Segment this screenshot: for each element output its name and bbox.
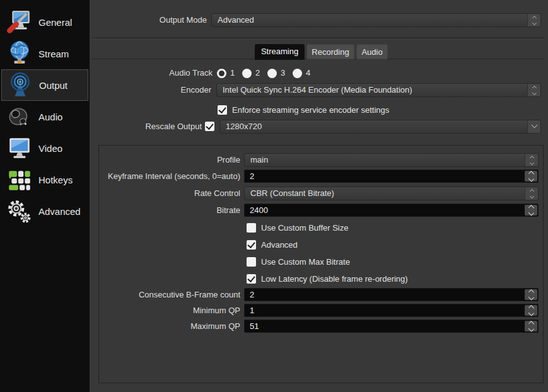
rescale-output-select[interactable]: 1280x720 xyxy=(219,120,541,134)
bframe-count-label: Consecutive B-Frame count xyxy=(104,288,240,302)
encoder-label: Encoder xyxy=(95,83,211,97)
max-qp-spinner-button[interactable] xyxy=(525,321,537,331)
output-mode-spinner-button[interactable] xyxy=(527,14,540,26)
bitrate-spinner-button[interactable] xyxy=(525,205,537,216)
enforce-encoder-settings-label[interactable]: Enforce streaming service encoder settin… xyxy=(232,103,389,117)
sidebar-item-hotkeys[interactable]: Hotkeys xyxy=(1,164,88,195)
low-latency-label[interactable]: Low Latency (Disable frame re-ordering) xyxy=(261,272,408,286)
output-mode-label: Output Mode xyxy=(95,13,207,27)
chevron-down-icon xyxy=(528,326,534,331)
sidebar-item-advanced[interactable]: Advanced xyxy=(1,195,88,227)
general-monitor-screwdriver-icon xyxy=(5,8,34,37)
sidebar-item-label: Stream xyxy=(38,49,69,59)
sidebar-item-label: Advanced xyxy=(38,206,81,217)
chevron-down-icon xyxy=(529,160,533,164)
min-qp-input[interactable]: 1 xyxy=(244,304,539,317)
chevron-down-icon xyxy=(528,294,534,300)
bitrate-value: 2400 xyxy=(250,204,268,216)
hotkeys-keyboard-icon xyxy=(5,165,34,194)
chevron-down-icon xyxy=(528,310,534,316)
chevron-down-icon xyxy=(532,20,536,25)
enforce-encoder-settings-checkbox[interactable] xyxy=(218,105,227,115)
advanced-label[interactable]: Advanced xyxy=(261,238,298,252)
chevron-up-icon xyxy=(532,85,536,89)
profile-select[interactable]: main xyxy=(244,153,539,167)
audio-speaker-icon xyxy=(5,102,34,131)
chevron-down-icon xyxy=(528,176,534,182)
min-qp-spinner-button[interactable] xyxy=(525,305,537,316)
settings-window: General Stream xyxy=(0,0,548,392)
audio-track-radio-3[interactable] xyxy=(267,69,277,78)
sidebar-item-label: Audio xyxy=(38,112,62,122)
sidebar-item-audio[interactable]: Audio xyxy=(1,101,88,132)
video-monitor-icon xyxy=(5,134,34,163)
min-qp-label: Minimum QP xyxy=(104,304,240,318)
custom-buffer-size-checkbox[interactable] xyxy=(247,223,256,233)
keyframe-interval-label: Keyframe Interval (seconds, 0=auto) xyxy=(104,170,240,183)
chevron-down-icon xyxy=(528,210,534,216)
advanced-checkbox[interactable] xyxy=(247,240,256,250)
rescale-output-dropdown-button[interactable] xyxy=(527,120,540,133)
rate-control-label: Rate Control xyxy=(104,187,240,200)
audio-track-radio-label-2[interactable]: 2 xyxy=(255,66,260,80)
encoder-value: Intel Quick Sync H.264 Encoder (Media Fo… xyxy=(223,84,412,96)
output-broadcast-icon xyxy=(6,71,35,100)
chevron-down-icon xyxy=(532,90,536,95)
audio-track-radio-1[interactable] xyxy=(217,69,226,78)
chevron-up-icon xyxy=(529,155,533,159)
audio-track-label: Audio Track xyxy=(95,66,213,80)
profile-value: main xyxy=(250,154,268,166)
keyframe-interval-value: 2 xyxy=(250,170,254,182)
profile-spinner-button[interactable] xyxy=(525,154,538,166)
sidebar-item-label: General xyxy=(38,17,72,28)
audio-track-radio-4[interactable] xyxy=(293,69,302,78)
rate-control-select[interactable]: CBR (Constant Bitrate) xyxy=(244,187,539,200)
tab-streaming[interactable]: Streaming xyxy=(255,44,305,60)
encoder-spinner-button[interactable] xyxy=(527,84,540,96)
min-qp-value: 1 xyxy=(250,304,254,316)
keyframe-interval-spinner-button[interactable] xyxy=(525,171,537,182)
settings-sidebar: General Stream xyxy=(0,0,90,392)
bitrate-label: Bitrate xyxy=(104,204,240,217)
low-latency-checkbox[interactable] xyxy=(247,274,256,284)
sidebar-item-video[interactable]: Video xyxy=(1,132,88,164)
encoder-select[interactable]: Intel Quick Sync H.264 Encoder (Media Fo… xyxy=(216,83,541,97)
audio-track-radio-label-3[interactable]: 3 xyxy=(281,66,285,80)
bframe-count-input[interactable]: 2 xyxy=(244,288,539,301)
audio-track-radio-2[interactable] xyxy=(242,69,252,78)
encoder-settings-group: Profile main Keyframe Interval (seconds,… xyxy=(98,145,544,383)
output-mode-select[interactable]: Advanced xyxy=(211,13,541,27)
section-separator xyxy=(92,38,544,39)
tab-audio[interactable]: Audio xyxy=(356,44,388,59)
chevron-down-icon xyxy=(531,122,537,129)
custom-buffer-size-label[interactable]: Use Custom Buffer Size xyxy=(261,221,348,235)
rescale-output-label: Rescale Output xyxy=(95,120,202,134)
max-qp-input[interactable]: 51 xyxy=(244,320,539,333)
chevron-up-icon xyxy=(529,188,533,193)
sidebar-item-label: Hotkeys xyxy=(38,175,73,185)
bframe-count-spinner-button[interactable] xyxy=(525,289,537,300)
profile-label: Profile xyxy=(104,153,240,167)
output-mode-value: Advanced xyxy=(218,14,254,26)
custom-max-bitrate-label[interactable]: Use Custom Max Bitrate xyxy=(261,255,350,269)
rate-control-value: CBR (Constant Bitrate) xyxy=(250,187,334,200)
sidebar-item-general[interactable]: General xyxy=(1,6,88,38)
sidebar-item-stream[interactable]: Stream xyxy=(1,38,88,69)
chevron-up-icon xyxy=(532,15,536,20)
audio-track-radio-label-1[interactable]: 1 xyxy=(230,66,235,80)
audio-track-radio-label-4[interactable]: 4 xyxy=(306,66,310,80)
custom-max-bitrate-checkbox[interactable] xyxy=(247,257,256,267)
tab-recording[interactable]: Recording xyxy=(306,44,354,59)
rate-control-spinner-button[interactable] xyxy=(525,187,538,200)
keyframe-interval-input[interactable]: 2 xyxy=(244,170,539,183)
rescale-output-value: 1280x720 xyxy=(226,120,262,133)
sidebar-item-label: Output xyxy=(39,80,67,91)
bframe-count-value: 2 xyxy=(250,289,254,301)
stream-globe-icon xyxy=(5,39,34,68)
advanced-gears-icon xyxy=(5,197,34,226)
bitrate-input[interactable]: 2400 xyxy=(244,204,539,217)
chevron-down-icon xyxy=(529,193,533,198)
max-qp-value: 51 xyxy=(250,320,259,332)
rescale-output-checkbox[interactable] xyxy=(205,122,214,131)
sidebar-item-output[interactable]: Output xyxy=(1,69,88,101)
